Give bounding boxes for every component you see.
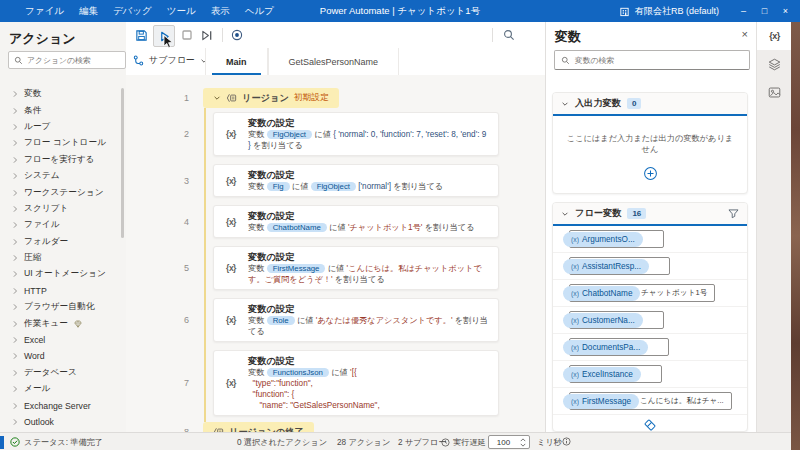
action-title: 変数の設定 <box>248 251 490 263</box>
sidebar-item-7[interactable]: スクリプト <box>0 201 126 217</box>
account-button[interactable]: 有限会社RB (default) <box>619 5 719 18</box>
panel-close-button[interactable]: × <box>742 28 748 40</box>
flow-row-1: 1リージョン初期設定 <box>126 88 545 108</box>
variable-pill[interactable]: FirstMessage <box>267 264 326 273</box>
recorder-button[interactable] <box>228 26 246 44</box>
tab-getsalespersonname[interactable]: GetSalesPersonName <box>268 48 400 75</box>
stepper-arrows[interactable] <box>518 438 529 447</box>
sidebar-item-1[interactable]: 条件 <box>0 102 126 118</box>
close-button[interactable]: × <box>775 0 796 22</box>
sidebar-item-10[interactable]: 圧縮 <box>0 250 126 266</box>
run-next-action-button[interactable] <box>198 26 216 44</box>
sidebar-item-17[interactable]: データベース <box>0 365 126 381</box>
flow-variable-row[interactable]: (x)DocumentsPa... <box>553 334 747 361</box>
sidebar-item-11[interactable]: UI オートメーション <box>0 266 126 282</box>
action-card[interactable]: {x}変数の設定変数 ChatbotName に値 'チャットボット1号' を割… <box>213 205 499 238</box>
flow-variable-row[interactable]: (x)ExcelInstance <box>553 361 747 388</box>
action-card[interactable]: {x}変数の設定変数 FlgObject に値 { 'normal': 0, '… <box>213 112 499 156</box>
filter-icon[interactable] <box>728 209 739 219</box>
sidebar-item-0[interactable]: 変数 <box>0 86 126 102</box>
flow-variable-row[interactable]: チャットボット1号(x)ChatbotName <box>553 280 747 307</box>
sidebar-item-5[interactable]: システム <box>0 168 126 184</box>
minimize-button[interactable]: – <box>733 0 754 22</box>
sidebar-item-label: ループ <box>24 121 50 133</box>
run-delay-value[interactable]: 100 <box>489 438 518 447</box>
sidebar-item-14[interactable]: 作業キュー <box>0 315 126 331</box>
action-search-input[interactable]: アクションの検索 <box>8 51 126 69</box>
sidebar-item-3[interactable]: フロー コントロール <box>0 135 126 151</box>
actions-sidebar: アクション アクションの検索 変数条件ループフロー コントロールフローを実行する… <box>0 22 127 432</box>
sidebar-item-2[interactable]: ループ <box>0 119 126 135</box>
flow-variable-row[interactable]: こんにちは。私はチャ...(x)FirstMessage <box>553 388 747 415</box>
variable-pill[interactable]: (x)CustomerNa... <box>563 313 643 328</box>
maximize-button[interactable]: □ <box>754 0 775 22</box>
variable-pill[interactable]: (x)DocumentsPa... <box>563 340 648 355</box>
variable-pill[interactable]: (x)ArgumentsO... <box>563 232 643 247</box>
variable-pill[interactable]: (x)FirstMessage <box>563 394 639 409</box>
ui-elements-rail-button[interactable] <box>757 50 792 78</box>
io-section-header[interactable]: 入出力変数 0 <box>553 93 747 116</box>
action-card[interactable]: {x}変数の設定変数 FunctionsJson に値 '[{ "type":"… <box>213 350 499 416</box>
menu-item-0[interactable]: ファイル <box>25 5 64 18</box>
menu-item-2[interactable]: デバッグ <box>113 5 152 18</box>
flow-row-3: 3{x}変数の設定変数 Flg に値 FlgObject ['normal'] … <box>126 164 545 197</box>
flow-variable-row[interactable]: (x)CustomerNa... <box>553 307 747 334</box>
run-delay-stepper[interactable]: 100 <box>488 435 530 449</box>
action-card[interactable]: {x}変数の設定変数 Flg に値 FlgObject ['normal'] を… <box>213 164 499 197</box>
sidebar-item-19[interactable]: Exchange Server <box>0 397 126 413</box>
region-start-block[interactable]: リージョン初期設定 <box>203 88 339 108</box>
variable-pill[interactable]: (x)AssistantResp... <box>563 259 649 274</box>
variable-pill[interactable]: (x)ExcelInstance <box>563 367 641 382</box>
sidebar-item-9[interactable]: フォルダー <box>0 234 126 250</box>
tab-main[interactable]: Main <box>205 48 268 75</box>
flow-section-header[interactable]: フロー変数 16 <box>553 203 747 226</box>
variable-pill[interactable]: Role <box>267 316 295 325</box>
flow-variable-row[interactable]: (x)AssistantResp... <box>553 253 747 280</box>
sidebar-item-8[interactable]: ファイル <box>0 217 126 233</box>
sidebar-item-15[interactable]: Excel <box>0 332 126 348</box>
subflow-dropdown[interactable]: サブフロー <box>133 54 208 67</box>
images-rail-button[interactable] <box>757 78 792 106</box>
sidebar-item-4[interactable]: フローを実行する <box>0 152 126 168</box>
set-variable-icon: {x} <box>214 263 248 273</box>
variable-pill[interactable]: Flg <box>267 182 290 191</box>
save-button[interactable] <box>132 26 150 44</box>
stop-button[interactable] <box>178 26 196 44</box>
variable-search-input[interactable]: 変数の検索 <box>554 50 750 70</box>
add-variable-button[interactable] <box>643 166 658 181</box>
action-card[interactable]: {x}変数の設定変数 FirstMessage に値 'こんにちは。私はチャット… <box>213 246 499 290</box>
variable-pill[interactable]: ChatbotName <box>267 223 327 232</box>
sidebar-item-18[interactable]: メール <box>0 381 126 397</box>
row-number: 3 <box>126 176 203 186</box>
sidebar-item-6[interactable]: ワークステーション <box>0 184 126 200</box>
search-flow-button[interactable] <box>500 26 518 44</box>
menu-item-4[interactable]: 表示 <box>211 5 230 18</box>
text-segment: 変数 <box>248 182 267 191</box>
region-indent-line <box>204 108 206 422</box>
variable-pill[interactable]: FlgObject <box>311 182 356 191</box>
sidebar-item-12[interactable]: HTTP <box>0 283 126 299</box>
menu-item-3[interactable]: ツール <box>167 5 196 18</box>
menu-item-5[interactable]: ヘルプ <box>245 5 274 18</box>
sidebar-item-label: Exchange Server <box>24 401 91 411</box>
region-end-block[interactable]: リージョンの終了 <box>203 422 314 432</box>
images-icon <box>768 86 781 99</box>
variable-pill[interactable]: FlgObject <box>267 130 312 139</box>
sidebar-scrollbar[interactable] <box>121 88 124 238</box>
designer-toolbar <box>126 22 545 48</box>
flow-variable-row[interactable]: (x)ArgumentsO... <box>553 226 747 253</box>
variable-pill[interactable]: FunctionsJson <box>267 368 329 377</box>
action-card[interactable]: {x}変数の設定変数 Role に値 'あなたは優秀なアシスタントです。' を割… <box>213 298 499 342</box>
clear-variables-icon[interactable] <box>643 419 657 431</box>
account-label: 有限会社RB (default) <box>635 5 719 18</box>
sidebar-item-13[interactable]: ブラウザー自動化 <box>0 299 126 315</box>
flow-canvas[interactable]: 1リージョン初期設定2{x}変数の設定変数 FlgObject に値 { 'no… <box>126 75 545 432</box>
sidebar-item-16[interactable]: Word <box>0 348 126 364</box>
variables-rail-button[interactable]: {x} <box>757 22 792 50</box>
sidebar-item-label: 変数 <box>24 88 41 100</box>
chevron-right-icon <box>12 254 18 262</box>
sidebar-item-20[interactable]: Outlook <box>0 414 126 430</box>
variable-pill[interactable]: (x)ChatbotName <box>563 286 640 301</box>
menu-item-1[interactable]: 編集 <box>79 5 98 18</box>
io-variables-section: 入出力変数 0 ここにはまだ入力または出力の変数がありません <box>552 92 748 194</box>
